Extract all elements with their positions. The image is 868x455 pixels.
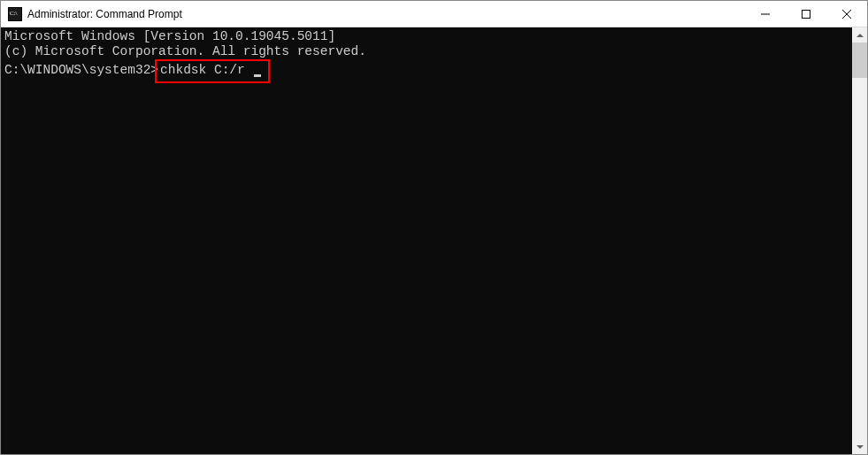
terminal-prompt-line: C:\WINDOWS\system32>chkdsk C:/r [4, 59, 849, 83]
titlebar[interactable]: C:\ Administrator: Command Prompt [1, 1, 867, 27]
cursor [254, 74, 261, 77]
vertical-scrollbar[interactable] [852, 27, 867, 454]
prompt-path: C:\WINDOWS\system32> [4, 63, 158, 77]
terminal[interactable]: Microsoft Windows [Version 10.0.19045.50… [1, 27, 852, 454]
scrollbar-track[interactable] [852, 42, 867, 439]
window-title: Administrator: Command Prompt [27, 8, 745, 20]
window-controls [745, 1, 867, 27]
scrollbar-down-arrow[interactable] [852, 439, 867, 454]
svg-marker-7 [856, 34, 864, 37]
minimize-button[interactable] [745, 1, 786, 27]
terminal-line-copyright: (c) Microsoft Corporation. All rights re… [4, 44, 849, 59]
cmd-icon: C:\ [8, 7, 22, 21]
svg-rect-4 [803, 11, 810, 19]
command-prompt-window: C:\ Administrator: Command Prompt Micros… [0, 0, 868, 455]
typed-command: chkdsk C:/r [160, 63, 245, 77]
terminal-container: Microsoft Windows [Version 10.0.19045.50… [1, 27, 867, 454]
close-button[interactable] [826, 1, 867, 27]
maximize-button[interactable] [786, 1, 826, 27]
scrollbar-thumb[interactable] [852, 42, 867, 78]
svg-marker-8 [856, 445, 864, 449]
terminal-line-version: Microsoft Windows [Version 10.0.19045.50… [4, 29, 849, 44]
scrollbar-up-arrow[interactable] [852, 27, 867, 42]
svg-text:C:\: C:\ [10, 10, 18, 17]
command-highlight: chkdsk C:/r [155, 59, 270, 83]
